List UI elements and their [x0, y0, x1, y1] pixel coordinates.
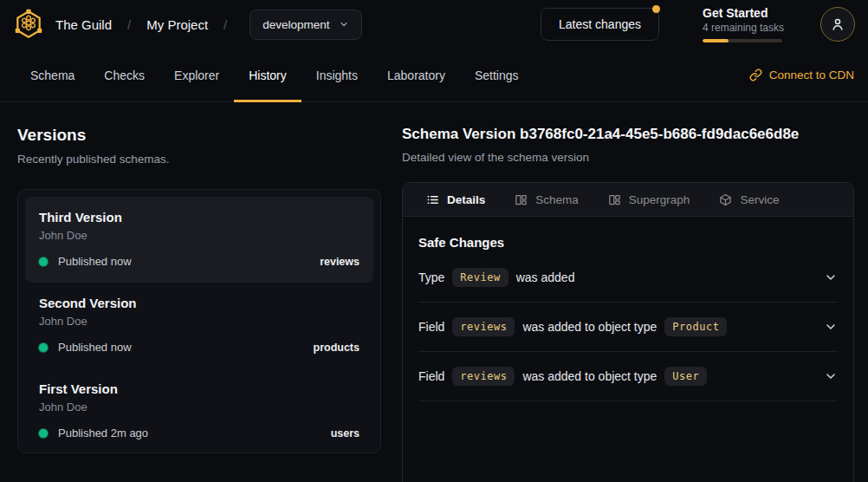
- version-card-third[interactable]: Third Version John Doe Published now rev…: [25, 197, 373, 283]
- connect-to-cdn-label: Connect to CDN: [769, 68, 854, 81]
- code-badge: reviews: [452, 367, 515, 386]
- service-name: products: [314, 342, 360, 354]
- safe-changes-heading: Safe Changes: [418, 235, 838, 250]
- code-badge: Review: [452, 268, 508, 287]
- tab-explorer[interactable]: Explorer: [159, 49, 234, 101]
- user-avatar[interactable]: [820, 7, 855, 42]
- service-name: reviews: [320, 256, 360, 268]
- detail-tabbar: Details Schema Sup: [403, 183, 853, 217]
- connect-to-cdn-link[interactable]: Connect to CDN: [749, 49, 854, 101]
- detail-tab-supergraph[interactable]: Supergraph: [595, 183, 703, 216]
- tab-schema[interactable]: Schema: [16, 49, 89, 101]
- published-status-text: Published now: [58, 341, 132, 354]
- change-middle: was added to object type: [522, 320, 657, 334]
- list-icon: [426, 193, 439, 206]
- user-icon: [830, 16, 845, 32]
- panels-icon: [608, 193, 621, 206]
- schema-version-column: Schema Version b3768fc0-21a4-45e5-b686-f…: [402, 102, 854, 482]
- get-started-title: Get Started: [703, 6, 782, 20]
- detail-tab-service[interactable]: Service: [706, 183, 792, 216]
- code-badge: reviews: [452, 317, 515, 336]
- breadcrumb-separator: /: [127, 17, 131, 32]
- latest-changes-label: Latest changes: [559, 17, 641, 31]
- code-badge: Product: [664, 317, 727, 336]
- tab-checks[interactable]: Checks: [89, 49, 159, 101]
- version-name: Third Version: [39, 210, 360, 225]
- published-status-dot: [39, 343, 48, 352]
- detail-tab-schema[interactable]: Schema: [502, 183, 592, 216]
- change-middle: was added to object type: [522, 369, 657, 383]
- guild-logo-icon[interactable]: [12, 8, 45, 41]
- panels-icon: [515, 193, 528, 206]
- version-name: First Version: [39, 381, 360, 396]
- notification-dot: [652, 5, 660, 13]
- versions-title: Versions: [17, 126, 381, 145]
- get-started-progress-fill: [703, 39, 729, 42]
- cube-icon: [719, 193, 732, 206]
- detail-tab-label: Service: [740, 193, 779, 206]
- version-card-second[interactable]: Second Version John Doe Published now pr…: [25, 283, 373, 368]
- primary-nav: Schema Checks Explorer History Insights …: [0, 49, 868, 102]
- get-started-subtitle: 4 remaining tasks: [703, 22, 782, 34]
- latest-changes-button[interactable]: Latest changes: [541, 8, 659, 41]
- published-status-text: Published now: [58, 255, 132, 268]
- schema-version-detail-panel: Details Schema Sup: [402, 182, 854, 482]
- service-name: users: [331, 427, 360, 440]
- detail-tab-label: Details: [447, 193, 485, 206]
- tab-laboratory[interactable]: Laboratory: [372, 49, 460, 101]
- chevron-down-icon[interactable]: [824, 369, 838, 383]
- change-prefix: Field: [418, 320, 444, 334]
- link-icon: [749, 68, 762, 81]
- detail-tab-label: Supergraph: [629, 193, 690, 206]
- change-prefix: Field: [418, 369, 444, 383]
- breadcrumb-project[interactable]: My Project: [146, 17, 208, 32]
- version-author: John Doe: [39, 401, 360, 414]
- detail-tab-label: Schema: [535, 193, 579, 206]
- change-prefix: Type: [418, 270, 444, 284]
- version-name: Second Version: [39, 296, 360, 310]
- tab-insights[interactable]: Insights: [301, 49, 372, 101]
- change-row-type-review[interactable]: Type Review was added: [418, 253, 838, 303]
- published-status-text: Published 2m ago: [58, 427, 148, 440]
- detail-tab-details[interactable]: Details: [413, 183, 498, 216]
- chevron-down-icon[interactable]: [824, 270, 838, 284]
- schema-version-title: Schema Version b3768fc0-21a4-45e5-b686-f…: [402, 126, 854, 143]
- tab-history[interactable]: History: [234, 49, 301, 101]
- versions-list: Third Version John Doe Published now rev…: [17, 189, 381, 453]
- versions-column: Versions Recently published schemas. Thi…: [17, 102, 381, 482]
- get-started-widget[interactable]: Get Started 4 remaining tasks: [703, 6, 782, 42]
- schema-version-subtitle: Detailed view of the schema version: [402, 151, 854, 164]
- change-row-field-product[interactable]: Field reviews was added to object type P…: [418, 303, 838, 352]
- tab-settings[interactable]: Settings: [460, 49, 534, 101]
- chevron-down-icon[interactable]: [824, 320, 838, 334]
- published-status-dot: [39, 429, 48, 438]
- version-author: John Doe: [39, 315, 360, 328]
- change-suffix: was added: [516, 270, 575, 284]
- breadcrumb-separator: /: [223, 17, 227, 32]
- detail-content: Safe Changes Type Review was added Field…: [403, 217, 853, 401]
- code-badge: User: [664, 367, 707, 386]
- versions-subtitle: Recently published schemas.: [17, 153, 381, 166]
- chevron-down-icon: [339, 19, 349, 29]
- get-started-progress-track: [703, 39, 782, 42]
- app-header: The Guild / My Project / development Lat…: [0, 0, 868, 49]
- breadcrumb-org[interactable]: The Guild: [55, 17, 112, 32]
- main-content: Versions Recently published schemas. Thi…: [0, 102, 868, 482]
- published-status-dot: [39, 257, 48, 266]
- version-card-first[interactable]: First Version John Doe Published 2m ago …: [25, 368, 373, 454]
- version-author: John Doe: [39, 229, 360, 242]
- change-row-field-user[interactable]: Field reviews was added to object type U…: [418, 352, 838, 401]
- target-selector-value: development: [262, 18, 329, 31]
- target-selector-dropdown[interactable]: development: [249, 10, 361, 40]
